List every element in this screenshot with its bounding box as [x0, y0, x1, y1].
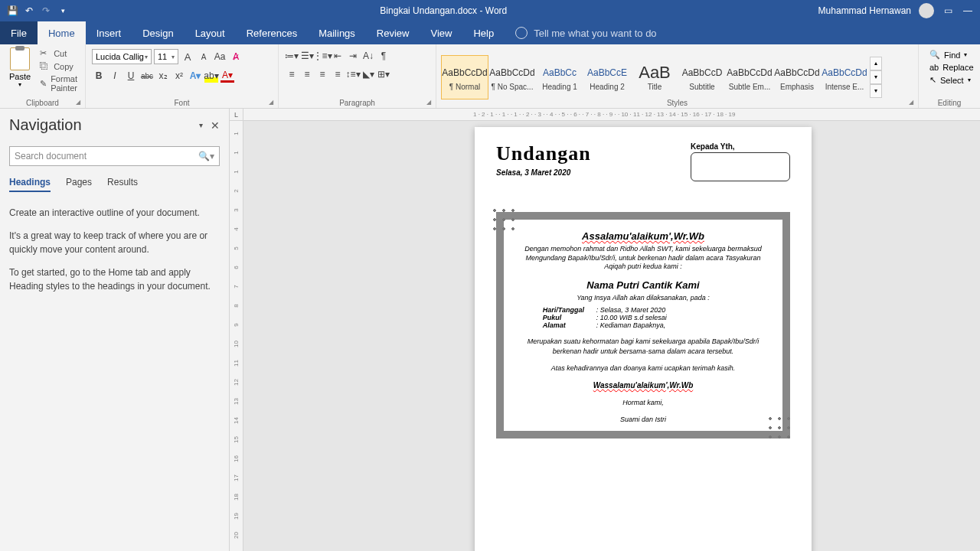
tab-mailings[interactable]: Mailings — [308, 21, 366, 44]
increase-indent-button[interactable]: ⇥ — [346, 49, 360, 63]
change-case-button[interactable]: Aa — [213, 50, 227, 64]
style-subtitle[interactable]: AaBbCcDSubtitle — [678, 55, 726, 99]
nav-hint-1: Create an interactive outline of your do… — [9, 206, 220, 220]
tab-layout[interactable]: Layout — [185, 21, 236, 44]
styles-up-button[interactable]: ▴ — [870, 57, 882, 70]
align-right-button[interactable]: ≡ — [315, 67, 329, 81]
replace-button[interactable]: abReplace — [928, 62, 971, 73]
undo-icon[interactable]: ↶ — [23, 5, 35, 17]
shrink-font-button[interactable]: A — [197, 50, 211, 64]
clear-formatting-button[interactable]: A̷ — [229, 50, 243, 64]
shading-button[interactable]: ◣▾ — [361, 67, 375, 81]
nav-tab-pages[interactable]: Pages — [66, 177, 92, 192]
nav-tab-headings[interactable]: Headings — [9, 177, 51, 192]
brush-icon: ✎ — [40, 79, 47, 89]
copy-icon: ⿻ — [40, 61, 50, 71]
bullets-button[interactable]: ≔▾ — [285, 49, 299, 63]
chevron-down-icon: ▾ — [172, 54, 175, 60]
select-button[interactable]: ↖Select▾ — [928, 74, 971, 86]
tab-design[interactable]: Design — [132, 21, 184, 44]
subscript-button[interactable]: x₂ — [156, 69, 170, 83]
search-icon: 🔍 — [929, 50, 940, 60]
closing-2: Atas kehadirannya dan doanya kami ucapka… — [518, 364, 769, 373]
style-heading-2[interactable]: AaBbCcEHeading 2 — [583, 55, 631, 99]
ruler-corner[interactable]: L — [230, 109, 243, 121]
nav-dropdown[interactable]: ▾ — [199, 121, 203, 129]
ribbon-options-icon[interactable]: ▭ — [942, 5, 954, 17]
paragraph-launcher[interactable]: ◢ — [426, 99, 434, 106]
window-title: Bingkai Undangan.docx - Word — [69, 5, 818, 16]
scissors-icon: ✂ — [40, 48, 50, 58]
align-left-button[interactable]: ≡ — [285, 67, 299, 81]
clipboard-launcher[interactable]: ◢ — [76, 99, 83, 106]
child-name: Nama Putri Cantik Kami — [518, 279, 769, 291]
decrease-indent-button[interactable]: ⇤ — [331, 49, 345, 63]
paste-icon — [10, 47, 30, 70]
tab-references[interactable]: References — [236, 21, 308, 44]
format-painter-button[interactable]: ✎Format Painter — [38, 73, 82, 93]
tab-home[interactable]: Home — [38, 21, 86, 44]
search-placeholder: Search document — [15, 151, 87, 161]
grow-font-button[interactable]: A — [181, 50, 194, 64]
tab-insert[interactable]: Insert — [86, 21, 132, 44]
bold-button[interactable]: B — [92, 69, 106, 83]
justify-button[interactable]: ≡ — [331, 67, 345, 81]
numbering-button[interactable]: ☰▾ — [300, 49, 314, 63]
tab-review[interactable]: Review — [366, 21, 420, 44]
nav-tab-results[interactable]: Results — [107, 177, 138, 192]
user-name: Muhammad Hernawan — [818, 5, 911, 16]
tab-file[interactable]: File — [0, 21, 38, 44]
vertical-ruler[interactable]: 1112345678910111213141516171819202122232… — [230, 121, 243, 551]
superscript-button[interactable]: x² — [172, 69, 186, 83]
customize-qat-icon[interactable]: ▾ — [57, 5, 69, 17]
copy-button[interactable]: ⿻Copy — [38, 60, 82, 72]
wassalam: Wassalamu'alaikum',Wr.Wb — [518, 381, 769, 390]
highlight-button[interactable]: ab▾ — [204, 69, 218, 83]
underline-button[interactable]: U — [124, 69, 138, 83]
tab-help[interactable]: Help — [462, 21, 505, 44]
borders-button[interactable]: ⊞▾ — [377, 67, 390, 81]
strikethrough-button[interactable]: abc — [140, 69, 154, 83]
font-launcher[interactable]: ◢ — [269, 99, 276, 106]
save-icon[interactable]: 💾 — [6, 5, 18, 17]
style--no-spac-[interactable]: AaBbCcDd¶ No Spac... — [488, 55, 536, 99]
intro-text: Dengan memohon rahmat dan Ridho Allah SW… — [518, 245, 769, 272]
font-name-combo[interactable]: Lucida Callig▾ — [92, 49, 152, 64]
find-button[interactable]: 🔍Find▾ — [928, 49, 971, 60]
style-heading-1[interactable]: AaBbCcHeading 1 — [536, 55, 583, 99]
chevron-down-icon: ▾ — [145, 54, 148, 60]
nav-search-input[interactable]: Search document 🔍▾ — [9, 146, 220, 166]
line-spacing-button[interactable]: ↕≡▾ — [346, 67, 360, 81]
font-color-button[interactable]: A▾ — [220, 69, 234, 83]
align-center-button[interactable]: ≡ — [300, 67, 314, 81]
multilevel-button[interactable]: ⋮≡▾ — [315, 49, 329, 63]
style--normal[interactable]: AaBbCcDd¶ Normal — [441, 55, 488, 99]
style-emphasis[interactable]: AaBbCcDdEmphasis — [773, 55, 821, 99]
nav-hint-3: To get started, go to the Home tab and a… — [9, 266, 220, 293]
document-page[interactable]: Undangan Selasa, 3 Maret 2020 Kepada Yth… — [475, 127, 812, 551]
tell-me-label: Tell me what you want to do — [534, 28, 656, 39]
horizontal-ruler[interactable]: 1 · 2 · 1 · · 1 · · 1 · · 2 · · 3 · · 4 … — [243, 109, 980, 121]
schedule-intro: Yang Insya Allah akan dilaksanakan, pada… — [518, 294, 769, 302]
tell-me-search[interactable]: Tell me what you want to do — [505, 21, 656, 44]
doc-title: Undangan — [496, 142, 591, 165]
italic-button[interactable]: I — [108, 69, 122, 83]
styles-launcher[interactable]: ◢ — [909, 99, 916, 106]
minimize-icon[interactable]: — — [962, 5, 974, 17]
style-subtle-em-[interactable]: AaBbCcDdSubtle Em... — [726, 55, 773, 99]
nav-close-button[interactable]: ✕ — [211, 119, 220, 132]
styles-more-button[interactable]: ▾ — [870, 84, 882, 98]
styles-down-button[interactable]: ▾ — [870, 70, 882, 84]
show-marks-button[interactable]: ¶ — [377, 49, 390, 63]
style-title[interactable]: AaBTitle — [631, 55, 678, 99]
style-intense-e-[interactable]: AaBbCcDdIntense E... — [821, 55, 868, 99]
cut-button[interactable]: ✂Cut — [38, 47, 82, 59]
text-effects-button[interactable]: A▾ — [188, 69, 202, 83]
user-avatar[interactable] — [919, 3, 934, 18]
sort-button[interactable]: A↓ — [361, 49, 375, 63]
font-size-combo[interactable]: 11▾ — [154, 49, 178, 64]
tab-view[interactable]: View — [420, 21, 462, 44]
salutation: Assalamu'alaikum',Wr.Wb — [518, 230, 769, 242]
redo-icon[interactable]: ↷ — [40, 5, 52, 17]
search-icon[interactable]: 🔍▾ — [198, 151, 214, 161]
